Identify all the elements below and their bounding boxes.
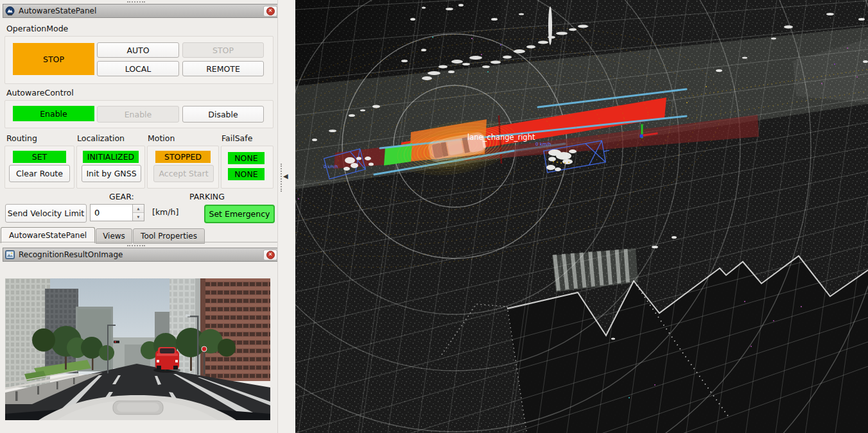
dock-drag-handle-mid[interactable] bbox=[127, 245, 145, 246]
camera-image bbox=[5, 278, 270, 420]
motion-heading: Motion bbox=[148, 133, 175, 143]
clear-route-button[interactable]: Clear Route bbox=[9, 165, 70, 182]
operation-mode-local-button[interactable]: LOCAL bbox=[97, 61, 179, 76]
object-speed-label: 0 km/h bbox=[535, 142, 551, 147]
control-enable-active-button[interactable]: Enable bbox=[13, 106, 94, 121]
failsafe-status-badge-2: NONE bbox=[228, 168, 265, 180]
spin-up-icon[interactable]: ▲ bbox=[133, 205, 144, 213]
routing-heading: Routing bbox=[6, 133, 37, 143]
localization-heading: Localization bbox=[77, 133, 125, 143]
routing-status-badge: SET bbox=[13, 151, 66, 163]
collapse-arrow-icon[interactable]: ◀ bbox=[283, 173, 288, 180]
state-panel-title: AutowareStatePanel bbox=[19, 6, 259, 15]
dock-splitter[interactable]: ◀ bbox=[277, 0, 296, 433]
object-speed-label-2: 0 km/h bbox=[324, 164, 338, 169]
tabbar-divider bbox=[0, 242, 277, 242]
autoware-control-heading: AutowareControl bbox=[6, 88, 74, 98]
recognition-panel-titlebar[interactable]: RecognitionResultOnImage ✕ bbox=[3, 248, 280, 262]
autoware-logo-icon bbox=[5, 6, 15, 16]
operation-mode-stop-button: STOP bbox=[182, 42, 264, 58]
trajectory-label: lane_change_right bbox=[467, 133, 535, 142]
lead-vehicle bbox=[153, 347, 180, 373]
gear-label: GEAR: bbox=[109, 192, 134, 201]
tab-autoware-state-panel[interactable]: AutowareStatePanel bbox=[1, 227, 95, 243]
init-by-gnss-button[interactable]: Init by GNSS bbox=[82, 165, 141, 182]
state-panel-titlebar[interactable]: AutowareStatePanel ✕ bbox=[3, 4, 280, 18]
velocity-unit-label: [km/h] bbox=[152, 207, 178, 217]
left-dock-column: AutowareStatePanel ✕ OperationMode STOP … bbox=[0, 0, 295, 433]
recognition-panel-close-button[interactable]: ✕ bbox=[263, 250, 277, 260]
failsafe-heading: FailSafe bbox=[221, 133, 252, 143]
splitter-handle[interactable] bbox=[281, 164, 282, 192]
operation-mode-remote-button[interactable]: REMOTE bbox=[182, 61, 264, 76]
set-emergency-button[interactable]: Set Emergency bbox=[204, 205, 275, 223]
velocity-limit-spinbox[interactable]: ▲ ▼ bbox=[90, 204, 144, 221]
operation-mode-heading: OperationMode bbox=[6, 24, 68, 33]
gear-value: PARKING bbox=[189, 192, 225, 201]
image-panel-icon bbox=[5, 250, 15, 259]
control-disable-button[interactable]: Disable bbox=[182, 106, 264, 123]
recognition-panel-title: RecognitionResultOnImage bbox=[19, 250, 259, 259]
operation-mode-current-button[interactable]: STOP bbox=[13, 43, 94, 75]
send-velocity-limit-button[interactable]: Send Velocity Limit bbox=[5, 204, 87, 223]
close-icon: ✕ bbox=[266, 7, 275, 15]
control-enable-button: Enable bbox=[97, 106, 179, 123]
dock-drag-handle-top[interactable] bbox=[127, 1, 145, 3]
localization-status-badge: INITIALIZED bbox=[83, 151, 139, 163]
spin-down-icon[interactable]: ▼ bbox=[133, 213, 144, 221]
close-icon: ✕ bbox=[266, 251, 275, 259]
state-panel-close-button[interactable]: ✕ bbox=[263, 6, 277, 17]
velocity-limit-input[interactable] bbox=[91, 205, 132, 221]
failsafe-status-badge-1: NONE bbox=[228, 152, 265, 164]
motion-status-badge: STOPPED bbox=[155, 151, 211, 163]
rviz-window: AutowareStatePanel ✕ OperationMode STOP … bbox=[0, 0, 868, 433]
rviz-3d-view[interactable]: 0 km/h 0 km/h bbox=[295, 0, 868, 433]
operation-mode-auto-button[interactable]: AUTO bbox=[97, 42, 179, 58]
accept-start-button: Accept Start bbox=[153, 165, 214, 182]
